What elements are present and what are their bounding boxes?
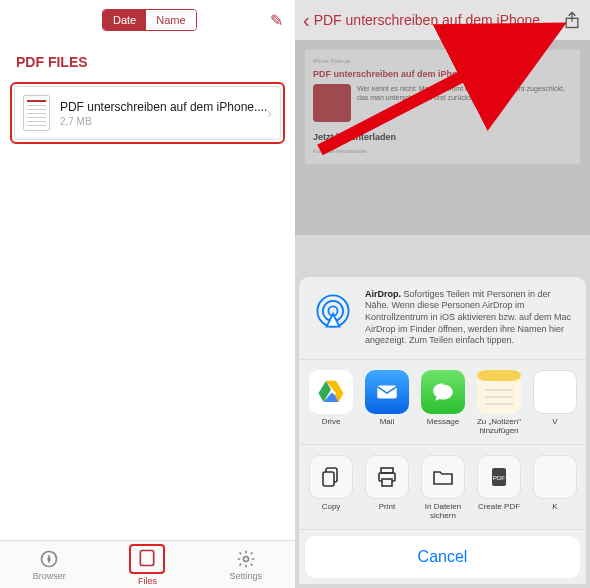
folder-icon [431, 465, 455, 489]
doc-blurb: Wer kennt es nicht: Man bekommt ein PDF-… [357, 84, 572, 122]
doc-image [313, 84, 351, 122]
cancel-button[interactable]: Cancel [305, 536, 580, 578]
section-title: PDF FILES [0, 40, 295, 78]
pdf-icon: PDF [487, 465, 511, 489]
actions-row[interactable]: Copy Print In Dateien sichern PDF Create… [299, 445, 586, 530]
action-copy[interactable]: Copy [303, 455, 359, 519]
svg-rect-7 [377, 386, 397, 399]
sort-date-button[interactable]: Date [103, 10, 146, 30]
file-name: PDF unterschreiben auf dem iPhone.... [60, 100, 267, 114]
svg-rect-17 [382, 479, 392, 486]
tab-settings[interactable]: Settings [197, 541, 295, 588]
action-create-pdf[interactable]: PDF Create PDF [471, 455, 527, 519]
top-toolbar: Date Name ✎ [0, 0, 295, 40]
action-print[interactable]: Print [359, 455, 415, 519]
action-label: Copy [322, 503, 341, 519]
action-label: Create PDF [478, 503, 520, 519]
sort-segmented[interactable]: Date Name [102, 9, 197, 31]
files-screen: Date Name ✎ PDF FILES PDF unterschreiben… [0, 0, 295, 588]
share-message[interactable]: Message [415, 370, 471, 434]
share-more[interactable]: V [527, 370, 583, 434]
share-icon[interactable] [562, 10, 582, 30]
action-label: K [552, 503, 557, 519]
tab-bar: Browser Files Settings [0, 540, 295, 588]
airdrop-icon [311, 289, 355, 333]
share-screen: ‹ PDF unterschreiben auf dem iPhone... i… [295, 0, 590, 588]
share-sheet: AirDrop. Sofortiges Teilen mit Personen … [299, 277, 586, 584]
svg-text:PDF: PDF [493, 475, 505, 481]
nav-title: PDF unterschreiben auf dem iPhone... [314, 12, 562, 28]
doc-sub: Kostenlos herunterladen [313, 148, 572, 155]
share-drive[interactable]: Drive [303, 370, 359, 434]
app-label: V [552, 418, 557, 434]
tab-label: Browser [33, 571, 66, 581]
svg-point-2 [243, 556, 248, 561]
app-label: Message [427, 418, 459, 434]
edit-icon[interactable]: ✎ [270, 11, 283, 30]
nav-bar: ‹ PDF unterschreiben auf dem iPhone... [295, 0, 590, 40]
file-row-highlight: PDF unterschreiben auf dem iPhone.... 2,… [10, 82, 285, 144]
tab-browser[interactable]: Browser [0, 541, 98, 588]
chevron-right-icon: › [267, 105, 272, 121]
tab-label: Settings [230, 571, 263, 581]
doc-site: iPhone-Tricks.de [313, 58, 572, 65]
svg-rect-14 [323, 472, 334, 486]
sort-name-button[interactable]: Name [146, 10, 195, 30]
file-meta: PDF unterschreiben auf dem iPhone.... 2,… [60, 100, 267, 127]
document-preview: iPhone-Tricks.de PDF unterschreiben auf … [295, 40, 590, 235]
svg-rect-9 [477, 370, 521, 381]
drive-icon [316, 377, 346, 407]
notes-icon [477, 370, 521, 414]
gear-icon [236, 549, 256, 569]
app-label: Drive [322, 418, 341, 434]
doc-heading: PDF unterschreiben auf dem iPhone [313, 69, 572, 81]
share-mail[interactable]: Mail [359, 370, 415, 434]
action-label: Print [379, 503, 395, 519]
message-icon [430, 379, 456, 405]
print-icon [375, 465, 399, 489]
compass-icon [39, 549, 59, 569]
pdf-thumb-icon [23, 95, 50, 131]
action-save-files[interactable]: In Dateien sichern [415, 455, 471, 519]
airdrop-text: AirDrop. Sofortiges Teilen mit Personen … [365, 289, 574, 347]
action-more[interactable]: K [527, 455, 583, 519]
action-label: In Dateien sichern [415, 503, 471, 519]
mail-icon [374, 379, 400, 405]
svg-rect-1 [141, 550, 154, 565]
tab-files[interactable]: Files [98, 541, 196, 588]
airdrop-row[interactable]: AirDrop. Sofortiges Teilen mit Personen … [299, 277, 586, 360]
share-notes[interactable]: Zu „Notizen" hinzufügen [471, 370, 527, 434]
apps-row[interactable]: Drive Mail Message Zu „Notizen" hinzufüg… [299, 360, 586, 445]
app-label: Zu „Notizen" hinzufügen [471, 418, 527, 434]
files-icon [137, 548, 157, 568]
app-label: Mail [380, 418, 395, 434]
doc-subheading: Jetzt herunterladen [313, 132, 572, 144]
file-row[interactable]: PDF unterschreiben auf dem iPhone.... 2,… [14, 86, 281, 140]
copy-icon [319, 465, 343, 489]
back-icon[interactable]: ‹ [303, 9, 310, 32]
tab-label: Files [138, 576, 157, 586]
file-size: 2,7 MB [60, 116, 267, 127]
